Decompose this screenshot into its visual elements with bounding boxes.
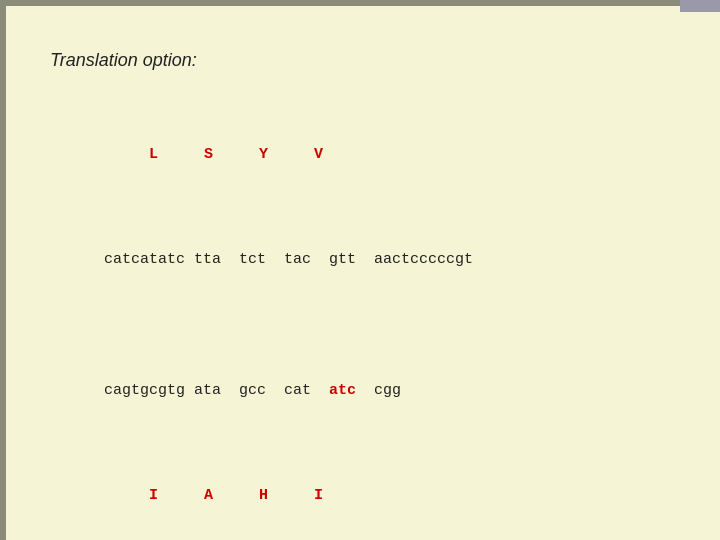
top-right-accent bbox=[680, 0, 720, 12]
dna-row1-prefix: catcatatc bbox=[104, 251, 194, 268]
dna-row2-highlight: atc bbox=[329, 382, 356, 399]
left-accent-bar bbox=[0, 0, 6, 540]
dna-row2-prefix: cagtgcgtg bbox=[104, 382, 194, 399]
dna-row2-codons-pre: ata gcc cat bbox=[194, 382, 329, 399]
amino-row-1: L S Y V bbox=[50, 142, 690, 168]
dna-row-1: catcatatc tta tct tac gtt aactcccccgt bbox=[50, 220, 690, 299]
dna-row2-codons-post: cgg bbox=[356, 382, 401, 399]
section-title: Translation option: bbox=[50, 50, 690, 71]
translation-block: L S Y V catcatatc tta tct tac gtt aactcc… bbox=[50, 89, 690, 540]
main-content: Translation option: L S Y V catcatatc tt… bbox=[50, 50, 690, 510]
dna-row-2: cagtgcgtg ata gcc cat atc cgg bbox=[50, 352, 690, 431]
top-accent-bar bbox=[0, 0, 720, 6]
dna-row1-codons: tta tct tac gtt aactcccccgt bbox=[194, 251, 473, 268]
amino-row-2: I A H I bbox=[50, 483, 690, 509]
